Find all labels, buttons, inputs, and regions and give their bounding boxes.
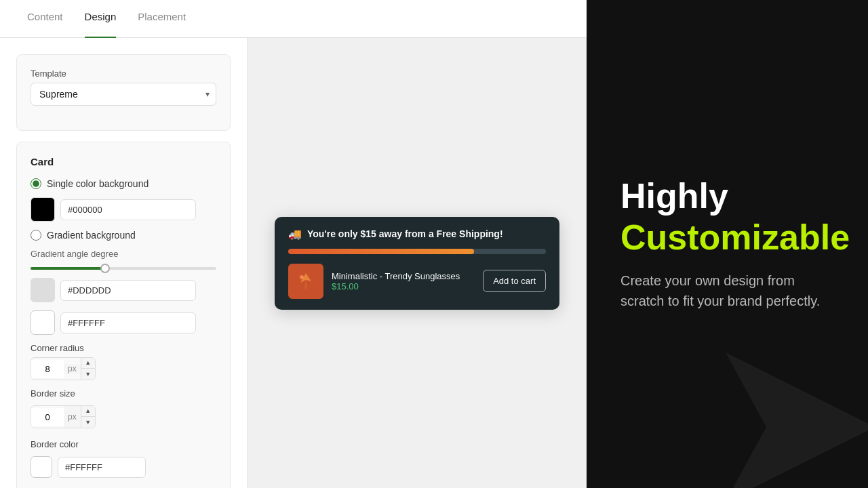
border-size-unit: px xyxy=(64,406,81,428)
gradient-color2-swatch[interactable] xyxy=(31,310,55,335)
promo-title-line2: Customizable xyxy=(620,218,834,257)
shipping-emoji: 🚚 xyxy=(288,228,302,241)
gradient-slider-fill xyxy=(31,267,105,270)
promo-title-line1: Highly xyxy=(620,177,834,216)
gradient-radio[interactable] xyxy=(31,230,41,241)
gradient-slider-thumb[interactable] xyxy=(100,264,110,273)
template-select-wrapper: Supreme Classic Modern ▾ xyxy=(31,83,216,106)
gradient-color2-input[interactable] xyxy=(60,312,196,333)
progress-bar-fill xyxy=(288,249,474,254)
product-image-icon xyxy=(292,268,319,295)
border-size-label: Border size xyxy=(31,388,96,399)
svg-point-1 xyxy=(300,275,304,279)
corner-radius-up[interactable]: ▲ xyxy=(81,358,95,369)
bg-color-input[interactable] xyxy=(60,199,196,220)
border-size-up[interactable]: ▲ xyxy=(81,406,95,417)
border-color-input[interactable] xyxy=(58,457,146,478)
product-thumbnail xyxy=(288,264,323,299)
tab-bar: Content Design Placement xyxy=(0,0,587,38)
bg-color-row xyxy=(31,197,216,222)
card-section-title: Card xyxy=(31,156,216,167)
tab-content[interactable]: Content xyxy=(27,0,63,38)
border-size-box: px ▲ ▼ xyxy=(31,405,96,428)
border-size-group: Border size px ▲ ▼ xyxy=(31,388,96,428)
single-color-radio-row[interactable]: Single color background xyxy=(31,178,216,189)
product-name: Minimalistic - Trendy Sunglasses xyxy=(332,271,475,281)
gradient-angle-label: Gradient angle degree xyxy=(31,249,216,259)
single-color-label: Single color background xyxy=(47,178,149,189)
gradient-radio-row[interactable]: Gradient background xyxy=(31,230,216,241)
shipping-text: You're only $15 away from a Free Shippin… xyxy=(307,228,503,239)
preview-card: 🚚 You're only $15 away from a Free Shipp… xyxy=(275,217,559,310)
progress-bar-track xyxy=(288,249,546,254)
product-row: Minimalistic - Trendy Sunglasses $15.00 … xyxy=(288,264,546,299)
border-size-input[interactable] xyxy=(31,408,64,426)
add-to-cart-button[interactable]: Add to cart xyxy=(483,270,546,292)
template-select[interactable]: Supreme Classic Modern xyxy=(31,83,216,106)
corner-radius-unit: px xyxy=(64,364,81,373)
corner-radius-down[interactable]: ▼ xyxy=(81,369,95,380)
gradient-color1-swatch[interactable] xyxy=(31,278,55,302)
border-color-group: Border color xyxy=(31,439,146,486)
gradient-color1-row xyxy=(31,278,216,302)
preview-area: 🚚 You're only $15 away from a Free Shipp… xyxy=(248,38,587,488)
border-color-swatch[interactable] xyxy=(31,456,52,478)
border-size-down[interactable]: ▼ xyxy=(81,417,95,428)
border-fields: Border size px ▲ ▼ Border color xyxy=(31,388,216,486)
gradient-label: Gradient background xyxy=(47,230,136,241)
decorative-arrow-icon xyxy=(726,352,868,488)
border-size-stepper: ▲ ▼ xyxy=(81,406,95,428)
product-price: $15.00 xyxy=(332,281,475,291)
border-color-row xyxy=(31,456,146,478)
svg-marker-2 xyxy=(726,352,868,488)
corner-radius-box: px ▲ ▼ xyxy=(31,357,96,380)
promo-panel: Highly Customizable Create your own desi… xyxy=(587,0,868,488)
gradient-slider-track xyxy=(31,267,216,270)
bg-color-swatch[interactable] xyxy=(31,197,55,222)
promo-description: Create your own design from scratch to f… xyxy=(620,270,834,311)
product-info: Minimalistic - Trendy Sunglasses $15.00 xyxy=(332,271,475,291)
gradient-slider-wrapper[interactable] xyxy=(31,267,216,270)
corner-radius-stepper: ▲ ▼ xyxy=(81,358,95,380)
border-color-label: Border color xyxy=(31,439,146,449)
tab-design[interactable]: Design xyxy=(85,0,117,38)
design-controls: Template Supreme Classic Modern ▾ Card S… xyxy=(0,38,248,488)
corner-radius-label: Corner radius xyxy=(31,343,216,353)
template-label: Template xyxy=(31,68,216,79)
tab-placement[interactable]: Placement xyxy=(138,0,186,38)
corner-radius-input[interactable] xyxy=(31,360,64,378)
shipping-header: 🚚 You're only $15 away from a Free Shipp… xyxy=(288,228,546,241)
gradient-color2-row xyxy=(31,310,216,335)
single-color-radio[interactable] xyxy=(31,178,41,189)
corner-radius-row: px ▲ ▼ xyxy=(31,357,216,380)
card-section: Card Single color background Gradient ba… xyxy=(16,142,231,488)
template-section: Template Supreme Classic Modern ▾ xyxy=(16,54,231,131)
gradient-color1-input[interactable] xyxy=(60,280,196,301)
